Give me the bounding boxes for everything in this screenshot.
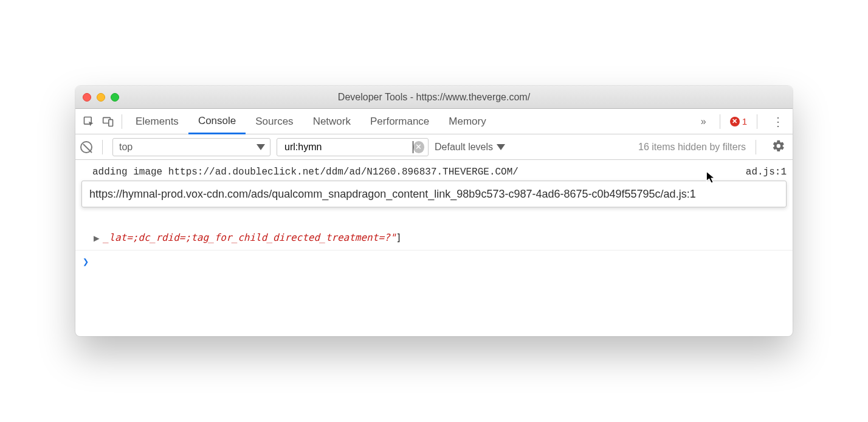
panel-tabs: Elements Console Sources Network Perform… [126, 109, 496, 134]
svg-rect-2 [109, 119, 113, 126]
minimize-window-button[interactable] [97, 93, 105, 102]
execution-context-selector[interactable]: top [112, 138, 270, 156]
console-array-row[interactable]: ▶ _lat=;dc_rdid=;tag_for_child_directed_… [75, 229, 793, 246]
chevron-down-icon [497, 144, 505, 150]
clear-console-icon[interactable] [80, 141, 92, 153]
zoom-window-button[interactable] [111, 93, 119, 102]
error-icon: ✕ [730, 117, 740, 126]
levels-label: Default levels [435, 142, 493, 153]
traffic-lights [83, 93, 119, 102]
close-window-button[interactable] [83, 93, 91, 102]
clear-filter-icon[interactable]: ✕ [413, 141, 424, 153]
devtools-tabbar: Elements Console Sources Network Perform… [75, 109, 793, 134]
log-levels-selector[interactable]: Default levels [435, 142, 505, 153]
more-tabs-button[interactable]: » [697, 116, 710, 127]
array-content: _lat=;dc_rdid=;tag_for_child_directed_tr… [103, 230, 396, 244]
devtools-menu-button[interactable]: ⋮ [767, 114, 789, 129]
toggle-device-toolbar-icon[interactable] [98, 112, 118, 131]
error-counter[interactable]: ✕ 1 [730, 116, 747, 126]
hidden-items-message: 16 items hidden by filters [638, 142, 746, 153]
console-filterbar: top ✕ Default levels 16 items hidden by … [75, 134, 793, 160]
prompt-glyph: ❯ [83, 255, 89, 268]
divider [122, 114, 122, 129]
divider [756, 140, 756, 154]
error-count: 1 [742, 116, 747, 126]
log-source-link[interactable]: ad.js:1 [741, 165, 787, 179]
divider [102, 140, 103, 154]
array-close-bracket: ] [396, 230, 402, 244]
tabbar-right: » ✕ 1 ⋮ [697, 114, 789, 129]
source-tooltip: https://hymnal-prod.vox-cdn.com/ads/qual… [81, 181, 787, 207]
window-title: Developer Tools - https://www.theverge.c… [75, 92, 793, 103]
tab-network[interactable]: Network [303, 109, 360, 134]
tab-performance[interactable]: Performance [360, 109, 439, 134]
divider [757, 114, 757, 129]
inspect-element-icon[interactable] [79, 112, 98, 131]
tab-console[interactable]: Console [188, 109, 246, 134]
console-filter-input[interactable] [283, 141, 413, 153]
console-prompt[interactable]: ❯ [75, 250, 793, 272]
console-output: adding image https://ad.doubleclick.net/… [75, 160, 793, 336]
tab-memory[interactable]: Memory [439, 109, 495, 134]
devtools-window: Developer Tools - https://www.theverge.c… [75, 86, 793, 336]
context-value: top [119, 142, 133, 153]
chevron-down-icon [257, 144, 265, 150]
titlebar: Developer Tools - https://www.theverge.c… [75, 86, 793, 109]
console-log-row[interactable]: adding image https://ad.doubleclick.net/… [75, 164, 793, 181]
expand-triangle-icon[interactable]: ▶ [94, 231, 100, 245]
tooltip-text: https://hymnal-prod.vox-cdn.com/ads/qual… [89, 188, 696, 200]
tab-elements[interactable]: Elements [126, 109, 188, 134]
log-message: adding image https://ad.doubleclick.net/… [92, 165, 741, 179]
filter-input-wrap: ✕ [277, 138, 429, 156]
tab-sources[interactable]: Sources [246, 109, 303, 134]
divider [720, 114, 720, 129]
console-settings-icon[interactable] [772, 139, 785, 155]
